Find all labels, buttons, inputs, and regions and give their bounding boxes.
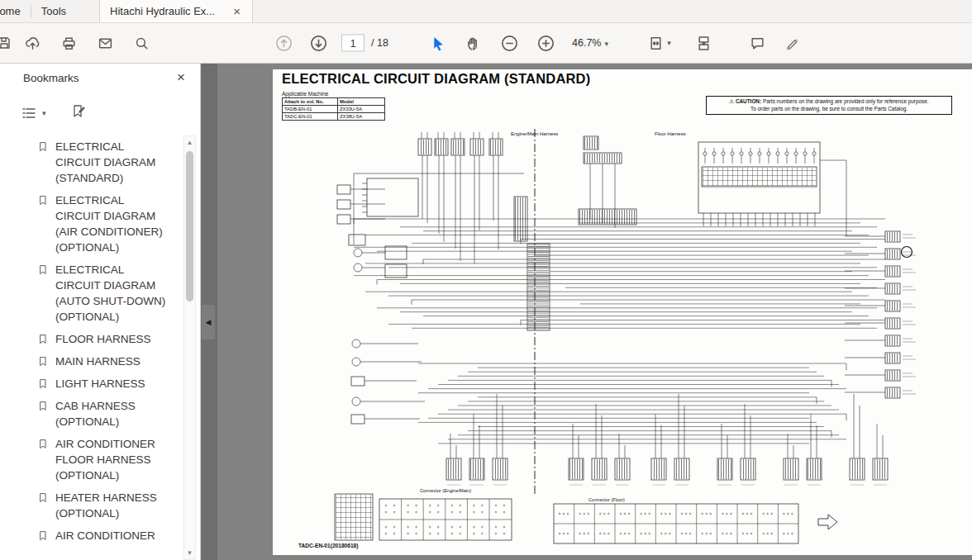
zoom-level-value: 46.7% [572,37,601,49]
bookmarks-panel: Bookmarks × ▾ ELECTRICAL CIRCUIT DIAGRAM… [0,63,201,560]
circuit-diagram: Engine/Main Harness Floor Harness Connec… [276,121,964,547]
panel-options-icon[interactable]: ▾ [21,104,46,122]
page-number-input[interactable] [341,35,364,52]
hand-tool-icon[interactable] [462,32,484,54]
bookmark-icon [38,333,48,345]
chevron-down-icon: ▾ [42,109,46,117]
close-tab-icon[interactable]: × [231,5,242,17]
bookmark-icon [38,400,48,412]
bookmark-item[interactable]: MAIN HARNESS [0,350,183,373]
page-fit-icon[interactable]: ▾ [643,32,676,54]
floor-harness-label: Floor Harness [655,131,686,136]
email-icon[interactable] [94,32,116,54]
tab-home-label: Home [0,5,21,17]
next-page-icon[interactable] [307,32,329,54]
zoom-out-icon[interactable] [498,32,520,54]
chevron-down-icon: ▾ [667,39,671,47]
bookmark-item[interactable]: AIR CONDITIONER FLOOR HARNESS (OPTIONAL) [0,433,183,486]
applicable-machine-caption: Applicable Machine [282,91,385,97]
scroll-up-icon[interactable]: ▲ [184,139,195,146]
window-tab-bar: Home Tools Hitachi Hydraulic Ex... × [0,0,972,23]
bookmark-item[interactable]: FLOOR HARNESS [0,328,183,350]
tab-tools-label: Tools [41,5,66,17]
bookmark-item[interactable]: HEATER HARNESS (OPTIONAL) [0,486,183,524]
bookmark-icon [38,529,48,542]
applicable-machine-table: Attach to vol. No. Model TADB-EN-01 ZX33… [282,97,385,121]
cloud-upload-icon[interactable] [21,32,43,54]
bookmark-icon [38,438,48,450]
bookmark-icon [38,263,48,276]
pdf-page: ELECTRICAL CIRCUIT DIAGRAM (STANDARD) Ap… [273,69,972,555]
select-tool-icon[interactable] [426,32,448,54]
connector-engine-main-caption: Connector (Engine/Main) [420,488,471,493]
panel-splitter: ◀ [200,63,217,560]
table-header: Model [338,98,385,106]
print-icon[interactable] [58,32,79,54]
table-header: Attach to vol. No. [283,98,338,106]
table-row: TADB-EN-01 ZX33U-5A [283,106,385,113]
bookmark-item[interactable]: ELECTRICAL CIRCUIT DIAGRAM (STANDARD) [0,135,183,189]
caution-line1: Parts numbers on the drawing are provide… [763,98,929,104]
chevron-down-icon: ▾ [604,40,608,48]
bookmark-item[interactable]: ELECTRICAL CIRCUIT DIAGRAM (AIR CONDITIO… [0,189,183,259]
main-toolbar: / 18 46.7%▾ ▾ [0,23,972,64]
caution-prefix: CAUTION: [736,98,761,104]
tab-document[interactable]: Hitachi Hydraulic Ex... × [99,0,253,22]
comment-icon[interactable] [746,32,768,54]
marquee-zoom-icon[interactable] [131,32,152,54]
warning-icon: ⚠ [729,98,734,104]
caution-line2: To order parts on the drawing, be sure t… [750,106,908,112]
previous-page-icon[interactable] [273,32,294,54]
highlight-pen-icon[interactable] [781,32,803,54]
bookmark-icon [38,377,48,390]
scroll-down-icon[interactable]: ▼ [184,549,195,557]
save-icon[interactable] [0,32,15,54]
bookmark-item[interactable]: CAB HARNESS (OPTIONAL) [0,395,183,433]
table-row: TADC-EN-01 ZX38U-5A [283,113,385,121]
close-panel-icon[interactable]: × [177,69,185,86]
page-count-label: / 18 [371,37,388,49]
bookmark-item[interactable]: ELECTRICAL CIRCUIT DIAGRAM (AUTO SHUT-DO… [0,259,183,328]
caution-box: ⚠ CAUTION: Parts numbers on the drawing … [706,96,952,115]
tab-document-label: Hitachi Hydraulic Ex... [110,5,215,17]
applicable-machine-block: Applicable Machine Attach to vol. No. Mo… [282,91,385,121]
bookmark-icon [38,140,48,153]
zoom-in-icon[interactable] [535,32,556,54]
page-title: ELECTRICAL CIRCUIT DIAGRAM (STANDARD) [282,71,590,87]
tab-tools[interactable]: Tools [31,0,76,22]
zoom-level-dropdown[interactable]: 46.7%▾ [572,37,608,49]
tab-home[interactable]: Home [0,0,31,22]
bookmarks-panel-title: Bookmarks [23,72,79,84]
bookmark-icon [38,491,48,504]
bookmarks-list: ELECTRICAL CIRCUIT DIAGRAM (STANDARD) EL… [0,135,183,560]
panel-scrollbar[interactable]: ▲ ▼ [183,135,196,560]
scrollbar-thumb[interactable] [186,151,193,301]
scroll-mode-icon[interactable] [693,32,714,54]
bookmark-item[interactable]: AIR CONDITIONER [0,524,183,547]
collapse-panel-icon[interactable]: ◀ [202,305,215,339]
connector-floor-caption: Connector (Floor) [588,497,625,502]
bookmark-icon [38,355,48,368]
bookmark-icon [38,194,48,206]
bookmarks-actions: ▾ [21,104,86,122]
bookmark-item[interactable]: LIGHT HARNESS [0,373,183,395]
new-bookmark-icon[interactable] [71,104,86,122]
drawing-number: TADC-EN-01(20180618) [298,543,358,548]
